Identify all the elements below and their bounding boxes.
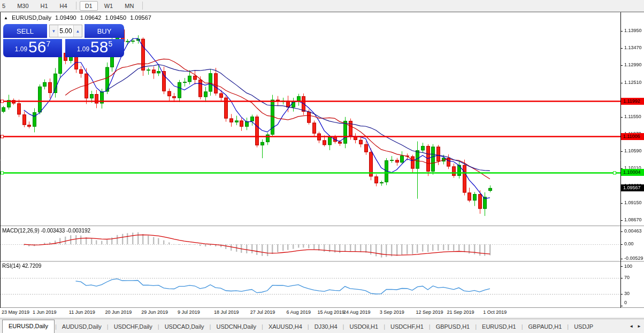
tab-usdjp[interactable]: USDJP	[569, 321, 598, 332]
ohlc-low: 1.09450	[105, 14, 126, 21]
ohlc-close: 1.09567	[130, 14, 151, 21]
macd-axis-tick-label: 0.00	[624, 241, 634, 246]
buy-button[interactable]: BUY	[85, 24, 124, 38]
price-axis-tick-label: 1.12990	[624, 62, 642, 67]
price-axis-tick-label: 1.13950	[624, 28, 642, 33]
rsi-axis-tick-label: 100	[624, 264, 632, 269]
buy-price-big: 58	[90, 39, 108, 55]
price-line-label: 1.10004	[621, 169, 644, 176]
timeframe-toolbar: 5M30H1H4D1W1MN	[0, 0, 644, 12]
sell-price-sup: 7	[46, 40, 50, 48]
tab-audusd-daily[interactable]: AUDUSD,Daily	[57, 321, 106, 332]
price-axis-tick-label: 1.09150	[624, 200, 642, 205]
price-axis-tick-label: 1.11550	[624, 114, 641, 119]
price-line-label: 1.11006	[621, 133, 644, 140]
tab-usdchf-daily[interactable]: USDCHF,Daily	[109, 321, 157, 332]
tab-dj30-h4[interactable]: DJ30,H4	[310, 321, 342, 332]
chart-header: ▲ EURUSD,Daily 1.09490 1.09642 1.09450 1…	[4, 14, 151, 21]
tab-xauusd-h4[interactable]: XAUUSD,H4	[264, 321, 307, 332]
timeframe-button-h1[interactable]: H1	[35, 1, 53, 11]
timeframe-button-w1[interactable]: W1	[99, 1, 119, 11]
date-axis-label: 12 Sep 2019	[416, 309, 443, 315]
buy-price-sup: 5	[108, 40, 112, 48]
date-axis-label: 9 Jul 2019	[178, 309, 200, 315]
price-axis-tick-label: 1.12510	[624, 80, 642, 85]
timeframe-button-5[interactable]: 5	[0, 1, 11, 11]
ohlc-open: 1.09490	[55, 14, 76, 21]
tab-separator: |	[384, 323, 385, 330]
tab-separator: |	[567, 323, 569, 330]
current-price-label: 1.09567	[621, 184, 644, 191]
timeframe-button-h4[interactable]: H4	[55, 1, 73, 11]
tab-gbpaud-h1[interactable]: GBPAUD,H1	[524, 321, 567, 332]
date-axis-label: 3 Sep 2019	[380, 309, 404, 315]
sell-button[interactable]: SELL	[3, 24, 47, 38]
tab-separator: |	[522, 323, 523, 330]
date-axis-label: 23 May 2019	[2, 309, 29, 315]
rsi-indicator-label: RSI(14) 42.7209	[2, 263, 41, 269]
macd-axis-tick-label: 0.00463	[624, 228, 642, 234]
chart-symbol-label: EURUSD,Daily	[12, 14, 51, 21]
toolbar-separator	[76, 2, 76, 10]
price-axis-tick-label: 1.13470	[624, 45, 642, 50]
date-axis-label: 21 Sep 2019	[447, 309, 474, 315]
chart-window: ▲ EURUSD,Daily 1.09490 1.09642 1.09450 1…	[0, 12, 644, 317]
date-axis-label: 11 Jun 2019	[69, 309, 95, 315]
tab-usdcnh-daily[interactable]: USDCNH,Daily	[211, 321, 261, 332]
volume-decrease-icon[interactable]: ▼	[50, 25, 58, 37]
tab-separator: |	[429, 323, 431, 330]
tab-separator: |	[210, 323, 211, 330]
toolbar-separator	[142, 2, 143, 10]
macd-axis-tick-label: -0.00529	[624, 255, 643, 261]
tab-separator: |	[158, 323, 159, 330]
sell-price-prefix: 1.09	[15, 45, 27, 53]
tab-separator: |	[475, 323, 477, 330]
mt4-window: { "toolbar": { "timeframes": ["5", "M30"…	[0, 0, 644, 333]
tab-eurusd-daily[interactable]: EURUSD,Daily	[2, 320, 55, 333]
macd-indicator-label: MACD(12,26,9) -0.003433 -0.003192	[2, 228, 90, 234]
tabs-scroll-right-icon[interactable]: ►	[637, 324, 641, 329]
rsi-axis-tick-label: 0	[624, 300, 627, 305]
date-axis-label: 18 Jul 2019	[214, 309, 239, 315]
date-axis-label: 15 Aug 2019	[317, 309, 344, 315]
date-axis-label: 24 Aug 2019	[343, 309, 371, 315]
tab-eurusd-h1[interactable]: EURUSD,H1	[477, 321, 521, 332]
rsi-axis-tick-label: 70	[624, 275, 630, 280]
tab-separator: |	[308, 323, 309, 330]
buy-price-display[interactable]: 1.09 58 5	[65, 39, 124, 57]
date-axis-label: 27 Jul 2019	[250, 309, 275, 315]
timeframe-button-mn[interactable]: MN	[119, 1, 139, 11]
sell-price-big: 56	[28, 39, 46, 55]
tab-gbpusd-h1[interactable]: GBPUSD,H1	[431, 321, 475, 332]
sell-price-display[interactable]: 1.09 56 7	[3, 39, 62, 57]
date-axis-label: 1 Oct 2019	[483, 309, 507, 315]
date-axis-label: 29 Jun 2019	[141, 309, 168, 315]
date-axis-label: 1 Jun 2019	[33, 309, 57, 315]
tab-usdcad-daily[interactable]: USDCAD,Daily	[160, 321, 209, 332]
date-axis-label: 20 Jun 2019	[105, 309, 132, 315]
volume-input[interactable]: 5.00	[58, 25, 73, 37]
tabs-scroll-left-icon[interactable]: ◄	[629, 324, 633, 329]
date-axis-label: 6 Aug 2019	[286, 309, 311, 315]
tab-usdoil-h1[interactable]: USDOil,H1	[344, 321, 383, 332]
tab-separator: |	[55, 323, 57, 330]
tab-separator: |	[107, 323, 109, 330]
tab-scroll-buttons: ◄►	[627, 319, 643, 333]
collapse-chart-icon[interactable]: ▲	[4, 16, 8, 20]
buy-price-prefix: 1.09	[77, 45, 89, 53]
rsi-axis-tick-label: 30	[624, 291, 630, 296]
price-line-label: 1.11992	[621, 98, 644, 105]
volume-increase-icon[interactable]: ▲	[73, 25, 82, 37]
timeframe-button-m30[interactable]: M30	[12, 1, 34, 11]
price-axis-tick-label: 1.10590	[624, 148, 642, 153]
ohlc-high: 1.09642	[80, 14, 102, 21]
tab-usdchf-h1[interactable]: USDCHF,H1	[386, 321, 428, 332]
tab-separator: |	[343, 323, 344, 330]
volume-spinner: ▼ 5.00 ▲	[49, 25, 82, 37]
price-axis-tick-label: 1.08670	[624, 217, 642, 222]
chart-tab-bar: EURUSD,Daily|AUDUSD,Daily|USDCHF,Daily|U…	[0, 319, 644, 333]
timeframe-button-d1[interactable]: D1	[80, 1, 98, 11]
one-click-trade-panel: SELL ▼ 5.00 ▲ BUY 1.09 56 7 1.09 58 5	[3, 24, 124, 57]
tab-separator: |	[262, 323, 263, 330]
